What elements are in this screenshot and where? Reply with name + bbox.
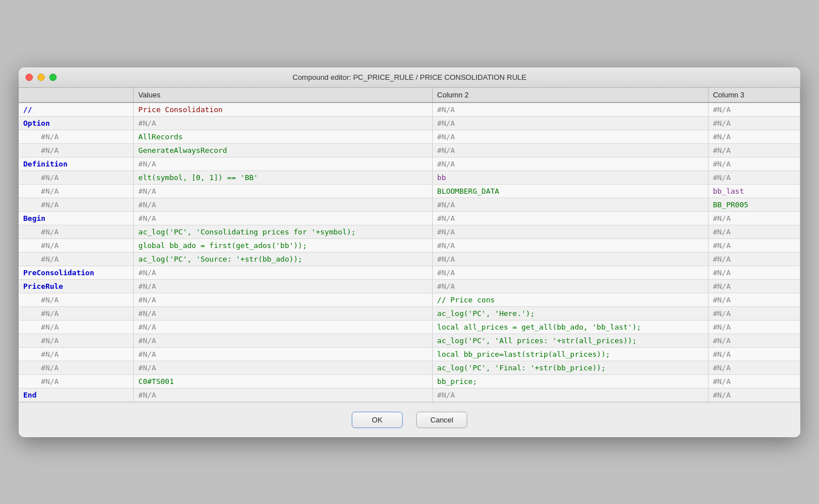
- cell-col3: #N/A: [708, 102, 800, 117]
- cell-col1: #N/A: [134, 198, 432, 211]
- table-row[interactable]: #N/A#N/Aac_log('PC', 'All prices: '+str(…: [19, 334, 800, 347]
- table-row[interactable]: #N/A#N/Aac_log('PC', 'Final: '+str(bb_pr…: [19, 361, 800, 374]
- cell-col3: #N/A: [708, 157, 800, 170]
- table-row[interactable]: Definition#N/A#N/A#N/A: [19, 157, 800, 170]
- cell-col1: AllRecords: [134, 130, 432, 143]
- cell-col2: ac_log('PC', 'Final: '+str(bb_price));: [432, 361, 708, 374]
- cell-col0: #N/A: [19, 198, 134, 211]
- cell-col0: #N/A: [19, 130, 134, 143]
- cell-col1: #N/A: [134, 320, 432, 334]
- col1-header: Values: [134, 88, 432, 102]
- col0-header: [19, 88, 134, 102]
- cell-col0: #N/A: [19, 374, 134, 388]
- cell-col2: local all_prices = get_all(bb_ado, 'bb_l…: [432, 320, 708, 334]
- table-container[interactable]: Values Column 2 Column 3 //Price Consoli…: [19, 88, 800, 403]
- table-row[interactable]: #N/Aglobal bb_ado = first(get_ados('bb')…: [19, 238, 800, 252]
- table-row[interactable]: #N/A#N/A// Price cons#N/A: [19, 293, 800, 306]
- cell-col1: #N/A: [134, 116, 432, 130]
- cell-col0: Begin: [19, 211, 134, 225]
- cell-col0: #N/A: [19, 347, 134, 361]
- table-row[interactable]: #N/Aelt(symbol, [0, 1]) == 'BB'bb#N/A: [19, 170, 800, 184]
- cell-col2: #N/A: [432, 279, 708, 293]
- cell-col3: #N/A: [708, 306, 800, 320]
- cell-col2: #N/A: [432, 266, 708, 279]
- cell-col2: bb: [432, 170, 708, 184]
- cell-col1: #N/A: [134, 347, 432, 361]
- cancel-button[interactable]: Cancel: [416, 412, 467, 428]
- cell-col3: #N/A: [708, 238, 800, 252]
- table-row[interactable]: #N/AAllRecords#N/A#N/A: [19, 130, 800, 143]
- cell-col2: #N/A: [432, 130, 708, 143]
- cell-col2: #N/A: [432, 388, 708, 402]
- data-table: Values Column 2 Column 3 //Price Consoli…: [19, 88, 800, 402]
- maximize-button[interactable]: [49, 74, 57, 81]
- cell-col0: Option: [19, 116, 134, 130]
- table-row[interactable]: PreConsolidation#N/A#N/A#N/A: [19, 266, 800, 279]
- col2-header: Column 2: [432, 88, 708, 102]
- table-row[interactable]: Option#N/A#N/A#N/A: [19, 116, 800, 130]
- cell-col1: #N/A: [134, 184, 432, 198]
- cell-col3: #N/A: [708, 279, 800, 293]
- cell-col2: #N/A: [432, 143, 708, 157]
- cell-col1: Price Consolidation: [134, 102, 432, 117]
- cell-col1: GenerateAlwaysRecord: [134, 143, 432, 157]
- table-row[interactable]: PriceRule#N/A#N/A#N/A: [19, 279, 800, 293]
- table-row[interactable]: //Price Consolidation#N/A#N/A: [19, 102, 800, 117]
- ok-button[interactable]: OK: [352, 412, 403, 428]
- cell-col1: #N/A: [134, 266, 432, 279]
- table-row[interactable]: #N/AGenerateAlwaysRecord#N/A#N/A: [19, 143, 800, 157]
- cell-col2: #N/A: [432, 198, 708, 211]
- cell-col1: ac_log('PC', 'Source: '+str(bb_ado));: [134, 252, 432, 266]
- cell-col2: // Price cons: [432, 293, 708, 306]
- cell-col0: End: [19, 388, 134, 402]
- cell-col2: bb_price;: [432, 374, 708, 388]
- cell-col0: #N/A: [19, 143, 134, 157]
- content-area: Values Column 2 Column 3 //Price Consoli…: [19, 88, 800, 437]
- table-row[interactable]: #N/A#N/A#N/ABB_PR005: [19, 198, 800, 211]
- table-row[interactable]: Begin#N/A#N/A#N/A: [19, 211, 800, 225]
- cell-col3: #N/A: [708, 388, 800, 402]
- cell-col2: #N/A: [432, 102, 708, 117]
- table-row[interactable]: #N/Aac_log('PC', 'Source: '+str(bb_ado))…: [19, 252, 800, 266]
- cell-col0: #N/A: [19, 306, 134, 320]
- cell-col0: #N/A: [19, 184, 134, 198]
- cell-col0: //: [19, 102, 134, 117]
- col3-header: Column 3: [708, 88, 800, 102]
- table-row[interactable]: #N/AC0#TS001bb_price;#N/A: [19, 374, 800, 388]
- cell-col1: #N/A: [134, 157, 432, 170]
- cell-col2: #N/A: [432, 252, 708, 266]
- cell-col0: #N/A: [19, 238, 134, 252]
- cell-col0: #N/A: [19, 252, 134, 266]
- cell-col0: #N/A: [19, 170, 134, 184]
- cell-col3: #N/A: [708, 320, 800, 334]
- close-button[interactable]: [25, 74, 33, 81]
- window-title: Compound editor: PC_PRICE_RULE / PRICE C…: [292, 73, 526, 82]
- traffic-lights: [25, 74, 57, 81]
- table-row[interactable]: #N/A#N/Alocal all_prices = get_all(bb_ad…: [19, 320, 800, 334]
- table-row[interactable]: #N/A#N/Alocal bb_price=last(strip(all_pr…: [19, 347, 800, 361]
- minimize-button[interactable]: [37, 74, 45, 81]
- cell-col0: PreConsolidation: [19, 266, 134, 279]
- cell-col3: #N/A: [708, 293, 800, 306]
- cell-col0: #N/A: [19, 320, 134, 334]
- cell-col3: #N/A: [708, 334, 800, 347]
- cell-col1: #N/A: [134, 334, 432, 347]
- cell-col3: bb_last: [708, 184, 800, 198]
- cell-col3: #N/A: [708, 170, 800, 184]
- cell-col2: local bb_price=last(strip(all_prices));: [432, 347, 708, 361]
- cell-col2: BLOOMBERG_DATA: [432, 184, 708, 198]
- cell-col1: #N/A: [134, 279, 432, 293]
- table-row[interactable]: #N/A#N/Aac_log('PC', 'Here.');#N/A: [19, 306, 800, 320]
- table-row[interactable]: #N/A#N/ABLOOMBERG_DATAbb_last: [19, 184, 800, 198]
- table-row[interactable]: End#N/A#N/A#N/A: [19, 388, 800, 402]
- cell-col0: Definition: [19, 157, 134, 170]
- cell-col3: #N/A: [708, 116, 800, 130]
- cell-col0: #N/A: [19, 225, 134, 238]
- cell-col1: #N/A: [134, 388, 432, 402]
- table-row[interactable]: #N/Aac_log('PC', 'Consolidating prices f…: [19, 225, 800, 238]
- cell-col0: #N/A: [19, 361, 134, 374]
- cell-col3: #N/A: [708, 347, 800, 361]
- cell-col3: #N/A: [708, 374, 800, 388]
- cell-col2: #N/A: [432, 211, 708, 225]
- titlebar: Compound editor: PC_PRICE_RULE / PRICE C…: [19, 67, 800, 88]
